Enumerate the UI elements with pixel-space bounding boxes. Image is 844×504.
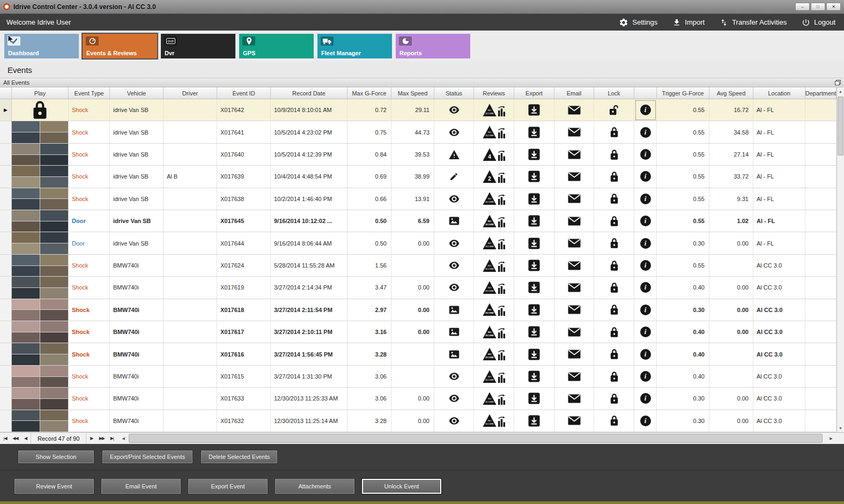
info-icon[interactable]: i [634, 121, 657, 143]
play-cell[interactable] [12, 210, 69, 232]
tab-gps[interactable]: GPS [239, 34, 314, 58]
review-score-badge[interactable]: NOSCORE [474, 321, 514, 343]
info-icon[interactable]: i [634, 277, 657, 299]
close-button[interactable]: ✕ [826, 3, 841, 11]
vertical-scroll-thumb[interactable] [838, 97, 843, 155]
review-score-badge[interactable]: NOSCORE [474, 299, 514, 321]
export-icon[interactable] [514, 210, 554, 232]
email-icon[interactable] [554, 410, 594, 432]
transfer-activities-button[interactable]: Transfer Activities [720, 18, 787, 27]
play-cell[interactable] [12, 232, 69, 254]
export-icon[interactable] [514, 321, 554, 343]
event-row[interactable]: Shockidrive Van SBX01763810/2/2014 1:46:… [0, 188, 836, 210]
tab-fleet-manager[interactable]: Fleet Manager [317, 34, 392, 58]
email-icon[interactable] [554, 366, 594, 388]
lock-icon[interactable] [594, 410, 634, 432]
play-cell[interactable] [12, 121, 69, 143]
export-icon[interactable] [514, 144, 554, 166]
eye-icon[interactable] [434, 255, 474, 277]
vertical-scrollbar[interactable]: ▲ ▼ [836, 87, 844, 432]
column-header-lock[interactable]: Lock [594, 87, 634, 99]
play-thumbnail[interactable] [12, 188, 68, 210]
column-header-vehicle[interactable]: Vehicle [110, 87, 164, 99]
eye-icon[interactable] [434, 121, 474, 143]
horizontal-scroll-track[interactable] [128, 433, 827, 444]
export-icon[interactable] [514, 188, 554, 210]
eye-icon[interactable] [434, 277, 474, 299]
scroll-left-icon[interactable]: ◀ [119, 433, 128, 444]
info-icon[interactable]: i [634, 321, 657, 343]
edit-icon[interactable] [434, 166, 474, 188]
column-header-department[interactable]: Department [805, 87, 836, 99]
play-cell[interactable] [12, 343, 69, 365]
column-header-max-speed[interactable]: Max Speed [391, 87, 434, 99]
email-icon[interactable] [554, 299, 594, 321]
event-row[interactable]: Shockidrive Van SBX01764010/5/2014 4:12:… [0, 144, 836, 166]
review-score-badge[interactable]: NOSCORE [474, 232, 514, 254]
info-icon[interactable]: i [634, 210, 657, 232]
export-icon[interactable] [514, 99, 554, 121]
tab-dvr[interactable]: DVRDvr [161, 34, 235, 58]
column-header-driver[interactable]: Driver [164, 87, 217, 99]
lock-icon[interactable] [594, 144, 634, 166]
column-header-location[interactable]: Location [753, 87, 805, 99]
event-row[interactable]: ShockBMW740iX0176153/27/2014 1:31:30 PM3… [0, 366, 836, 388]
play-thumbnail[interactable] [12, 144, 68, 165]
column-header-row-indicator[interactable] [0, 87, 12, 99]
info-icon[interactable]: i [634, 255, 657, 277]
event-row[interactable]: Shockidrive Van SBAl BX01763910/4/2014 4… [0, 166, 836, 188]
lock-icon[interactable] [594, 255, 634, 277]
review-score-badge[interactable]: NOSCORE [474, 388, 514, 410]
tab-reports[interactable]: Reports [396, 34, 470, 58]
column-header-export[interactable]: Export [514, 87, 554, 99]
scroll-up-icon[interactable]: ▲ [837, 87, 844, 95]
snapshot-icon[interactable] [434, 321, 474, 343]
play-cell[interactable] [12, 144, 69, 166]
snapshot-icon[interactable] [434, 343, 474, 365]
export-icon[interactable] [514, 232, 554, 254]
email-icon[interactable] [554, 388, 594, 410]
play-thumbnail[interactable] [12, 210, 68, 232]
lock-icon[interactable] [594, 321, 634, 343]
column-header-play[interactable]: Play [12, 87, 69, 99]
info-icon[interactable]: i [634, 410, 657, 432]
review-score-badge[interactable]: 4 [474, 144, 514, 166]
event-row[interactable]: Dooridrive Van SBX0176459/16/2014 10:12:… [0, 210, 836, 232]
export-icon[interactable] [514, 166, 554, 188]
event-row[interactable]: Dooridrive Van SBX0176449/16/2014 8:06:4… [0, 232, 836, 254]
info-icon[interactable]: i [634, 188, 657, 210]
delete-selected-events-button[interactable]: Delete Selected Events [201, 450, 278, 464]
email-icon[interactable] [554, 255, 594, 277]
last-record-button[interactable]: ▶| [107, 433, 117, 444]
eye-icon[interactable] [434, 366, 474, 388]
snapshot-icon[interactable] [434, 210, 474, 232]
export-icon[interactable] [514, 255, 554, 277]
snapshot-icon[interactable] [434, 299, 474, 321]
unlock-event-button[interactable]: Unlock Event [361, 478, 442, 494]
lock-icon[interactable] [594, 166, 634, 188]
review-event-button[interactable]: Review Event [14, 478, 94, 494]
show-selection-button[interactable]: Show Selection [18, 450, 94, 464]
email-icon[interactable] [554, 166, 594, 188]
review-score-badge[interactable]: NOSCORE [474, 188, 514, 210]
event-row[interactable]: ShockBMW740iX01763312/30/2013 11:25:33 A… [0, 388, 836, 410]
play-cell[interactable] [12, 166, 69, 188]
prev-record-button[interactable]: ◀ [20, 433, 31, 444]
email-icon[interactable] [554, 321, 594, 343]
prev-page-button[interactable]: ◀◀ [10, 433, 20, 444]
info-icon[interactable]: i [634, 144, 657, 166]
event-row[interactable]: ShockBMW740iX0176173/27/2014 2:10:11 PM3… [0, 321, 836, 343]
review-score-badge[interactable]: 2 [474, 166, 514, 188]
column-header-info[interactable] [634, 87, 657, 99]
column-header-max-g-force[interactable]: Max G-Force [347, 87, 391, 99]
event-row[interactable]: ShockBMW740iX0176183/27/2014 2:11:54 PM2… [0, 299, 836, 321]
review-score-badge[interactable]: NOSCORE [474, 255, 514, 277]
lock-icon[interactable] [594, 366, 634, 388]
play-thumbnail[interactable] [12, 299, 68, 321]
column-header-reviews[interactable]: Reviews [474, 87, 514, 99]
email-icon[interactable] [554, 277, 594, 299]
event-row[interactable]: ShockBMW740iX0176193/27/2014 2:14:34 PM3… [0, 277, 836, 299]
scroll-right-icon[interactable]: ▶ [827, 433, 835, 444]
email-icon[interactable] [554, 144, 594, 166]
column-header-email[interactable]: Email [554, 87, 594, 99]
